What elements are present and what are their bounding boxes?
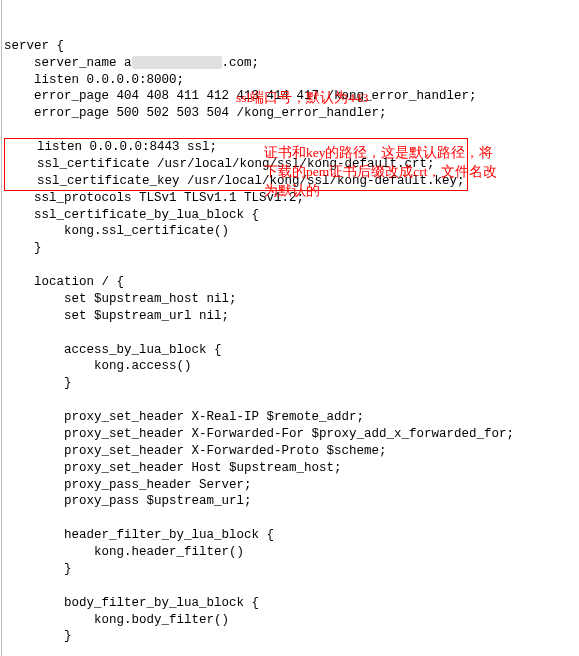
code-block: server { server_name a.com; listen 0.0.0…: [4, 39, 514, 656]
ssl-port-annotation: ssl端口号，默认为443: [236, 89, 369, 107]
redacted-domain: [132, 56, 222, 69]
cert-path-annotation: 证书和key的路径，这是默认路径，将下载的pem证书后缀改成crt，文件名改为默…: [264, 144, 504, 201]
